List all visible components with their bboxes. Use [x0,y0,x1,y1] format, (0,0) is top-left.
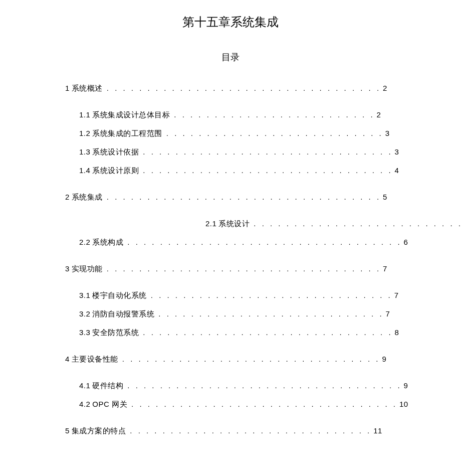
toc-entry-dots: . . . . . . . . . . . . . . . . . . . . … [158,309,383,318]
toc-entry-page: 3 [395,147,399,156]
toc-entry-number: 1.3 [79,147,90,156]
toc-entry-dots: . . . . . . . . . . . . . . . . . . . . … [254,219,461,228]
toc-entry-dots: . . . . . . . . . . . . . . . . . . . . … [107,84,381,92]
toc-entry-dots: . . . . . . . . . . . . . . . . . . . . … [151,291,392,299]
toc-entry-label: 系统集成设计总体目标 [92,110,170,119]
toc-entry-dots: . . . . . . . . . . . . . . . . . . . . … [143,328,392,337]
toc-entry-label: 系统集成 [72,193,103,201]
toc-entry-label: 集成方案的特点 [72,426,126,435]
toc-entry-page: 11 [373,426,382,435]
toc-entry: 1系统概述. . . . . . . . . . . . . . . . . .… [65,84,431,92]
toc-entry-page: 2 [383,84,387,92]
toc-entry-number: 2.1 [205,219,216,228]
toc-entry-page: 6 [404,238,408,246]
toc-entry-dots: . . . . . . . . . . . . . . . . . . . . … [122,355,380,363]
toc-entry: 3.1楼宇自动化系统. . . . . . . . . . . . . . . … [79,291,431,299]
toc-entry-dots: . . . . . . . . . . . . . . . . . . . . … [166,129,383,137]
toc-entry: 1.2系统集成的工程范围. . . . . . . . . . . . . . … [79,129,431,137]
toc-entry-page: 7 [386,309,390,318]
toc-entry-dots: . . . . . . . . . . . . . . . . . . . . … [127,381,401,390]
toc-entry-number: 3 [65,264,70,273]
toc-entry-label: 实现功能 [72,264,103,273]
toc-entry-number: 4 [65,355,70,363]
toc-entry: 5集成方案的特点. . . . . . . . . . . . . . . . … [65,427,431,434]
toc-entry-label: 系统集成的工程范围 [92,129,162,137]
toc-entry-number: 3.1 [79,291,90,299]
toc-entry-label: 系统设计依据 [92,147,139,156]
toc-entry-dots: . . . . . . . . . . . . . . . . . . . . … [174,110,374,119]
toc-entry-page: 9 [382,355,386,363]
toc-entry-dots: . . . . . . . . . . . . . . . . . . . . … [143,166,392,175]
toc-entry-label: 硬件结构 [92,381,123,390]
toc-entry: 1.3系统设计依据. . . . . . . . . . . . . . . .… [79,148,431,155]
toc-entry-number: 3.3 [79,328,90,337]
toc-entry: 2.2系统构成. . . . . . . . . . . . . . . . .… [79,238,431,246]
toc-entry-dots: . . . . . . . . . . . . . . . . . . . . … [107,193,381,201]
toc-entry-page: 10 [399,400,408,408]
toc-entry: 4主要设备性能. . . . . . . . . . . . . . . . .… [65,355,431,363]
toc-entry-number: 1.4 [79,166,90,175]
toc-entry-page: 8 [395,328,399,337]
toc-entry-number: 3.2 [79,309,90,318]
toc-entry-label: 系统设计原则 [92,166,139,175]
toc-entry-page: 2 [377,110,381,119]
chapter-title: 第十五章系统集成 [0,14,461,30]
toc-entry: 3.3安全防范系统. . . . . . . . . . . . . . . .… [79,329,431,336]
toc-entry-number: 2.2 [79,238,90,246]
toc-entry: 4.1硬件结构. . . . . . . . . . . . . . . . .… [79,382,431,389]
toc-entry-number: 1.2 [79,129,90,137]
toc-entry-dots: . . . . . . . . . . . . . . . . . . . . … [143,147,392,156]
toc-entry-label: 消防自动报警系统 [92,309,154,318]
toc-entry-dots: . . . . . . . . . . . . . . . . . . . . … [107,264,381,273]
toc-entry-dots: . . . . . . . . . . . . . . . . . . . . … [127,238,401,246]
toc-title: 目录 [0,51,461,63]
toc-entry-label: 安全防范系统 [92,328,139,337]
toc-entry-number: 1.1 [79,110,90,119]
toc-entry-label: 主要设备性能 [72,355,118,363]
toc-entry: 2.1系统设计. . . . . . . . . . . . . . . . .… [205,220,431,227]
toc-entry-number: 4.2 [79,400,90,408]
toc-entry-label: 系统构成 [92,238,123,246]
toc-entry-page: 9 [404,381,408,390]
toc-entry: 3实现功能. . . . . . . . . . . . . . . . . .… [65,265,431,272]
toc-entry-dots: . . . . . . . . . . . . . . . . . . . . … [130,426,371,435]
toc-entry: 3.2消防自动报警系统. . . . . . . . . . . . . . .… [79,310,431,318]
toc-entry-label: 楼宇自动化系统 [92,291,147,299]
toc-entry-label: 系统设计 [218,219,250,228]
toc-entry-page: 4 [395,166,399,175]
toc-entry-label: 系统概述 [72,84,103,92]
toc-entry: 1.4系统设计原则. . . . . . . . . . . . . . . .… [79,167,431,174]
toc-entry: 1.1系统集成设计总体目标. . . . . . . . . . . . . .… [79,111,431,118]
toc-entry-label: OPC 网关 [92,400,127,408]
toc-entry-number: 1 [65,84,70,92]
toc-entry-number: 5 [65,426,70,435]
toc-entry: 4.2OPC 网关. . . . . . . . . . . . . . . .… [79,400,431,408]
toc-entry-dots: . . . . . . . . . . . . . . . . . . . . … [131,400,397,408]
toc-entry-page: 5 [383,193,387,201]
toc-entry-number: 2 [65,193,70,201]
toc-entry-page: 7 [383,264,387,273]
toc-entry: 2系统集成. . . . . . . . . . . . . . . . . .… [65,193,431,201]
toc-entry-page: 7 [394,291,399,299]
toc-entry-page: 3 [385,129,390,137]
toc-container: 1系统概述. . . . . . . . . . . . . . . . . .… [0,84,461,434]
toc-entry-number: 4.1 [79,381,90,390]
